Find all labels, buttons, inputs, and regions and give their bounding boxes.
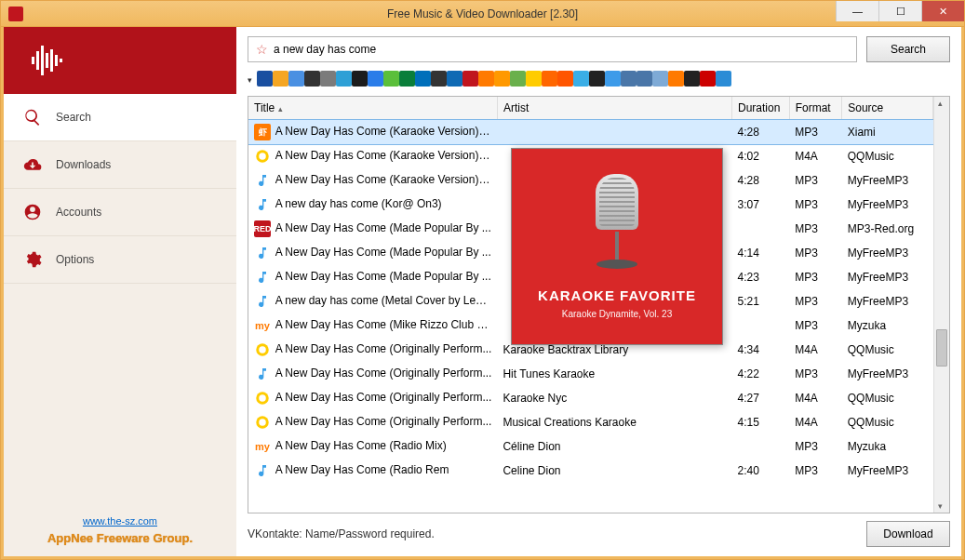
- sidebar-item-label: Options: [56, 253, 94, 266]
- row-duration: 4:15: [737, 416, 758, 429]
- download-button[interactable]: Download: [866, 521, 950, 547]
- sidebar-item-label: Search: [56, 111, 91, 124]
- music-note-icon: [254, 269, 271, 286]
- row-duration: 4:27: [737, 392, 758, 405]
- homepage-link[interactable]: www.the-sz.com: [83, 515, 157, 527]
- row-format: MP3: [795, 198, 818, 211]
- source-icon[interactable]: [700, 71, 716, 87]
- microphone-icon: [584, 174, 650, 276]
- source-icon[interactable]: [352, 71, 368, 87]
- source-icon[interactable]: [304, 71, 320, 87]
- column-header-source[interactable]: Source: [842, 97, 933, 120]
- source-icon[interactable]: [716, 71, 731, 87]
- table-row[interactable]: my A New Day Has Come (Radio Mix)Céline …: [248, 434, 933, 459]
- source-icon[interactable]: [431, 71, 447, 87]
- row-format: MP3: [795, 464, 818, 477]
- row-title: A New Day Has Come (Radio Rem: [275, 463, 449, 476]
- sidebar-item-accounts[interactable]: Accounts: [4, 189, 236, 236]
- source-icon[interactable]: [542, 71, 557, 87]
- source-icon[interactable]: [320, 71, 336, 87]
- svg-point-8: [259, 153, 266, 160]
- row-title: A New Day Has Come (Mike Rizzo Club M...: [275, 318, 496, 331]
- column-header-artist[interactable]: Artist: [497, 97, 731, 120]
- row-source: MyFreeMP3: [848, 295, 908, 308]
- source-icon[interactable]: [415, 71, 431, 87]
- source-icon[interactable]: [447, 71, 462, 87]
- minimize-button[interactable]: —: [836, 1, 878, 21]
- row-format: M4A: [795, 392, 818, 405]
- row-source: MyFreeMP3: [848, 271, 908, 284]
- source-icon[interactable]: [510, 71, 526, 87]
- source-icon[interactable]: [526, 71, 542, 87]
- search-button[interactable]: Search: [866, 36, 950, 62]
- qqmusic-icon: [254, 341, 271, 358]
- table-row[interactable]: 虾 A New Day Has Come (Karaoke Version) […: [248, 120, 933, 145]
- source-icon[interactable]: [462, 71, 478, 87]
- scrollbar-thumb[interactable]: [936, 329, 947, 367]
- row-artist: Celine Dion: [503, 464, 560, 477]
- maximize-button[interactable]: ☐: [878, 1, 921, 21]
- row-format: MP3: [795, 174, 818, 187]
- row-format: MP3: [795, 440, 818, 453]
- source-icon[interactable]: [621, 71, 637, 87]
- music-note-icon: [254, 462, 271, 479]
- row-format: MP3: [795, 247, 818, 260]
- row-duration: 3:07: [737, 198, 758, 211]
- source-icon[interactable]: [668, 71, 684, 87]
- source-icon[interactable]: [399, 71, 415, 87]
- column-header-title[interactable]: Title: [248, 97, 497, 120]
- source-icon[interactable]: [383, 71, 399, 87]
- close-button[interactable]: ✕: [921, 1, 964, 21]
- source-dropdown-icon[interactable]: ▾: [248, 75, 252, 85]
- album-title: KARAOKE FAVORITE: [538, 287, 696, 303]
- svg-rect-6: [60, 59, 62, 62]
- row-artist: Hit Tunes Karaoke: [503, 367, 595, 380]
- row-format: M4A: [795, 150, 818, 163]
- row-duration: 4:28: [737, 126, 758, 139]
- results-table-wrap: Title Artist Duration Format Source 虾 A …: [248, 96, 950, 513]
- music-note-icon: [254, 293, 271, 310]
- titlebar[interactable]: Free Music & Video Downloader [2.30] — ☐…: [1, 1, 964, 27]
- favorite-star-icon[interactable]: ☆: [256, 42, 268, 57]
- row-title: A New Day Has Come (Karaoke Version) [..…: [275, 149, 494, 162]
- row-format: MP3: [795, 367, 818, 380]
- source-icon[interactable]: [478, 71, 494, 87]
- table-row[interactable]: A New Day Has Come (Originally Perform..…: [248, 362, 933, 386]
- search-box[interactable]: ☆: [248, 36, 857, 62]
- source-icon[interactable]: [637, 71, 652, 87]
- source-icon[interactable]: [684, 71, 700, 87]
- sidebar-item-search[interactable]: Search: [4, 94, 236, 141]
- sidebar-item-downloads[interactable]: Downloads: [4, 141, 236, 189]
- row-title: A New Day Has Come (Made Popular By ...: [275, 270, 491, 283]
- table-row[interactable]: A New Day Has Come (Originally Perform..…: [248, 386, 933, 410]
- source-row-icon: 虾: [254, 124, 271, 140]
- search-input[interactable]: [274, 43, 849, 56]
- source-icon[interactable]: [573, 71, 589, 87]
- account-icon: [22, 202, 43, 222]
- table-row[interactable]: A New Day Has Come (Radio RemCeline Dion…: [248, 459, 933, 483]
- table-row[interactable]: A New Day Has Come (Originally Perform..…: [248, 410, 933, 434]
- source-icon[interactable]: [288, 71, 304, 87]
- row-artist: Karaoke Nyc: [503, 392, 567, 405]
- source-icon[interactable]: [605, 71, 621, 87]
- sidebar-item-label: Downloads: [56, 158, 111, 171]
- gear-icon: [22, 249, 43, 270]
- column-header-format[interactable]: Format: [789, 97, 842, 120]
- source-icon[interactable]: [494, 71, 510, 87]
- row-artist: Musical Creations Karaoke: [503, 416, 636, 429]
- source-icon[interactable]: [368, 71, 383, 87]
- source-icon[interactable]: [557, 71, 573, 87]
- row-title: A New Day Has Come (Karaoke Version) [Or…: [275, 125, 498, 138]
- row-duration: 4:14: [737, 247, 758, 260]
- column-header-duration[interactable]: Duration: [731, 97, 789, 120]
- source-icon[interactable]: [257, 71, 273, 87]
- source-icon[interactable]: [652, 71, 668, 87]
- source-row-icon: my: [254, 438, 271, 455]
- sidebar-item-options[interactable]: Options: [4, 236, 236, 284]
- source-icon[interactable]: [273, 71, 288, 87]
- source-row-icon: RED: [254, 220, 271, 237]
- source-icon[interactable]: [589, 71, 605, 87]
- vertical-scrollbar[interactable]: [933, 97, 949, 513]
- qqmusic-icon: [254, 390, 271, 407]
- source-icon[interactable]: [336, 71, 352, 87]
